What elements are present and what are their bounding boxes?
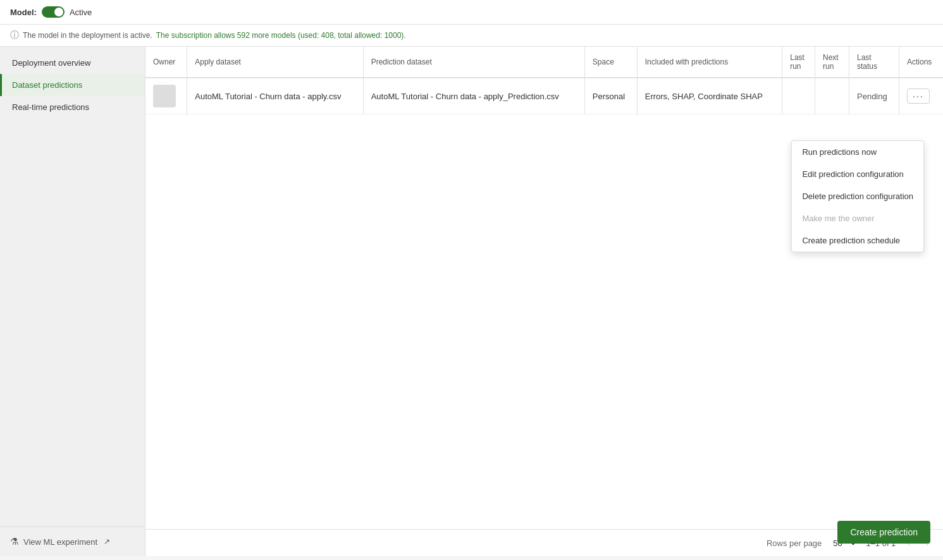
info-message-static: The model in the deployment is active. [23, 31, 152, 40]
cell-owner [145, 78, 187, 114]
dropdown-edit-prediction-configuration[interactable]: Edit prediction configuration [792, 163, 923, 185]
cell-included-with-predictions: Errors, SHAP, Coordinate SHAP [637, 78, 782, 114]
dropdown-run-predictions-now[interactable]: Run predictions now [792, 141, 923, 163]
model-toggle[interactable] [42, 6, 65, 18]
col-owner: Owner [145, 47, 187, 78]
col-space: Space [584, 47, 637, 78]
cell-last-status: Pending [849, 78, 899, 114]
predictions-table: Owner Apply dataset Prediction dataset S… [145, 47, 943, 114]
info-message-green: The subscription allows 592 more models … [156, 31, 406, 40]
cell-apply-dataset: AutoML Tutorial - Churn data - apply.csv [187, 78, 363, 114]
cell-actions: ··· [899, 78, 943, 114]
rows-per-page-label: Rows per page [767, 539, 822, 548]
sidebar-item-deployment-overview[interactable]: Deployment overview [0, 52, 145, 74]
cell-space: Personal [584, 78, 637, 114]
model-label: Model: [10, 8, 37, 17]
actions-dropdown: Run predictions now Edit prediction conf… [791, 140, 924, 252]
cell-next-run [815, 78, 849, 114]
table-row: AutoML Tutorial - Churn data - apply.csv… [145, 78, 943, 114]
dropdown-delete-prediction-configuration[interactable]: Delete prediction configuration [792, 185, 923, 207]
info-bar: ⓘ The model in the deployment is active.… [0, 25, 943, 47]
cell-prediction-dataset: AutoML Tutorial - Churn data - apply_Pre… [363, 78, 584, 114]
create-prediction-button[interactable]: Create prediction [837, 521, 930, 544]
col-prediction-dataset: Prediction dataset [363, 47, 584, 78]
table-container: Owner Apply dataset Prediction dataset S… [145, 47, 943, 529]
dropdown-create-prediction-schedule[interactable]: Create prediction schedule [792, 229, 923, 252]
col-next-run: Nextrun [815, 47, 849, 78]
sidebar: Deployment overview Dataset predictions … [0, 47, 145, 556]
col-last-status: Laststatus [849, 47, 899, 78]
sidebar-item-real-time-predictions[interactable]: Real-time predictions [0, 96, 145, 118]
top-bar: Model: Active [0, 0, 943, 25]
active-label: Active [70, 8, 92, 17]
col-actions: Actions [899, 47, 943, 78]
col-last-run: Lastrun [782, 47, 815, 78]
bottom-bar: Rows per page 50 25 100 1–1 of 1 ‹ › [145, 529, 943, 556]
content-area: Owner Apply dataset Prediction dataset S… [145, 47, 943, 556]
info-icon: ⓘ [10, 30, 19, 41]
main-layout: Deployment overview Dataset predictions … [0, 47, 943, 556]
sidebar-item-dataset-predictions[interactable]: Dataset predictions [0, 74, 145, 96]
external-link-icon: ↗ [104, 537, 110, 546]
col-included-with-predictions: Included with predictions [637, 47, 782, 78]
view-ml-experiment-link[interactable]: ⚗ View ML experiment ↗ [0, 527, 145, 556]
cell-last-run [782, 78, 815, 114]
col-apply-dataset: Apply dataset [187, 47, 363, 78]
actions-button[interactable]: ··· [907, 88, 930, 104]
dropdown-make-me-owner: Make me the owner [792, 207, 923, 229]
flask-icon: ⚗ [10, 536, 18, 547]
owner-avatar [153, 85, 176, 107]
